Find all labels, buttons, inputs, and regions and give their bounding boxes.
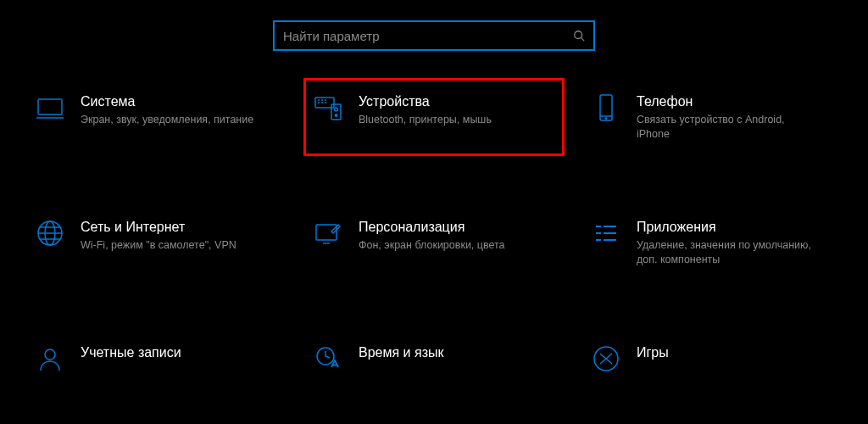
gaming-icon [591,343,621,374]
tile-title: Время и язык [359,345,443,360]
svg-point-13 [335,114,337,116]
tile-title: Система [81,94,253,109]
tile-system[interactable]: Система Экран, звук, уведомления, питани… [25,78,287,156]
tile-desc: Фон, экран блокировки, цвета [359,238,505,253]
svg-point-16 [605,118,607,120]
tile-title: Сеть и Интернет [81,220,236,235]
tile-network[interactable]: Сеть и Интернет Wi-Fi, режим "в самолете… [25,204,287,282]
tile-desc: Bluetooth, принтеры, мышь [359,113,492,127]
search-box[interactable] [273,20,595,51]
phone-icon [591,92,621,123]
svg-line-33 [326,356,330,358]
svg-line-1 [581,38,585,42]
search-icon [573,30,585,42]
tile-desc: Удаление, значения по умолчанию, доп. ко… [637,238,815,267]
tile-title: Игры [637,345,669,360]
tile-title: Телефон [637,94,815,109]
svg-point-12 [335,108,338,111]
svg-rect-2 [38,99,62,114]
tile-devices[interactable]: Устройства Bluetooth, принтеры, мышь [303,78,565,156]
tile-title: Устройства [359,94,492,109]
tile-title: Персонализация [359,220,505,235]
tile-title: Учетные записи [81,345,181,360]
tile-desc: Связать устройство с Android, iPhone [637,113,815,142]
accounts-icon [35,343,65,374]
tile-phone[interactable]: Телефон Связать устройство с Android, iP… [581,78,843,156]
svg-point-30 [45,349,55,360]
system-icon [35,92,65,123]
tile-apps[interactable]: Приложения Удаление, значения по умолчан… [581,204,843,282]
tile-desc: Wi-Fi, режим "в самолете", VPN [81,238,236,253]
apps-icon [591,218,621,248]
time-language-icon [313,343,343,374]
tile-desc: Экран, звук, уведомления, питание [81,113,253,127]
tile-accounts[interactable]: Учетные записи [25,329,287,388]
svg-rect-11 [331,104,341,120]
personalization-icon [313,218,343,248]
search-input[interactable] [283,29,573,43]
tile-title: Приложения [637,220,815,235]
tile-gaming[interactable]: Игры [581,329,843,388]
tile-time-language[interactable]: Время и язык [303,329,565,388]
devices-icon [313,92,343,123]
tile-personalization[interactable]: Персонализация Фон, экран блокировки, цв… [303,204,565,282]
network-icon [35,218,65,248]
svg-point-0 [575,31,582,39]
settings-grid: Система Экран, звук, уведомления, питани… [0,78,868,388]
